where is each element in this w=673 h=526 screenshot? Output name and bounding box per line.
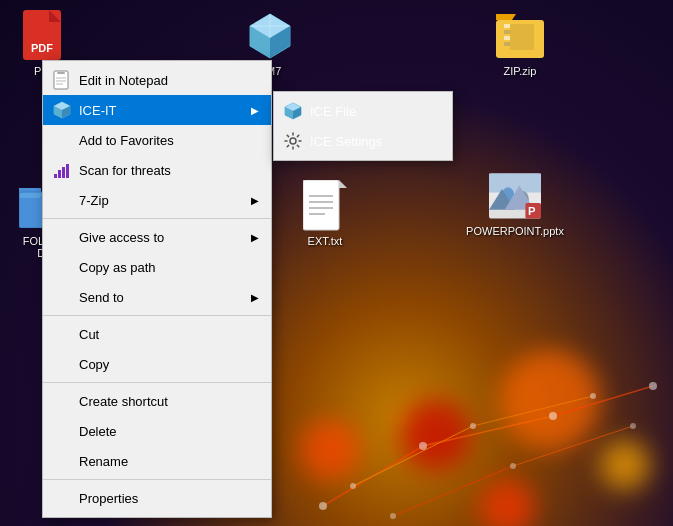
svg-rect-29 <box>504 30 510 34</box>
cube-icon <box>51 99 73 121</box>
svg-rect-30 <box>504 36 510 40</box>
svg-rect-67 <box>58 170 61 178</box>
give-access-arrow: ▶ <box>251 232 259 243</box>
zip-icon-img <box>494 10 546 62</box>
menu-item-ice-it[interactable]: ICE-IT ▶ ICE File <box>43 95 271 125</box>
separator-1 <box>43 218 271 219</box>
gear-icon <box>282 130 304 152</box>
7zip-arrow: ▶ <box>251 195 259 206</box>
cut-label: Cut <box>79 327 259 342</box>
scan-icon <box>51 159 73 181</box>
separator-3 <box>43 382 271 383</box>
cut-icon <box>51 323 73 345</box>
pdf-icon-img: PDF <box>19 10 71 62</box>
svg-rect-31 <box>504 42 510 46</box>
menu-item-7zip[interactable]: 7-Zip ▶ <box>43 185 271 215</box>
pptx-icon-label: POWERPOINT.pptx <box>466 225 564 237</box>
svg-rect-35 <box>19 188 41 192</box>
svg-rect-53 <box>57 72 65 74</box>
km7-icon-img <box>244 10 296 62</box>
send-to-icon <box>51 286 73 308</box>
svg-rect-69 <box>66 164 69 178</box>
favorites-icon <box>51 129 73 151</box>
give-access-icon <box>51 226 73 248</box>
zip-icon-label: ZIP.zip <box>504 65 537 77</box>
7zip-icon <box>51 189 73 211</box>
menu-item-send-to[interactable]: Send to ▶ <box>43 282 271 312</box>
svg-marker-27 <box>496 14 516 20</box>
send-to-arrow: ▶ <box>251 292 259 303</box>
svg-rect-28 <box>504 24 510 28</box>
copy-label: Copy <box>79 357 259 372</box>
pptx-icon-img: P <box>489 170 541 222</box>
ice-it-arrow: ▶ <box>251 105 259 116</box>
svg-text:P: P <box>528 205 536 217</box>
svg-rect-37 <box>303 180 339 230</box>
svg-rect-66 <box>54 174 57 178</box>
menu-item-create-shortcut[interactable]: Create shortcut <box>43 386 271 416</box>
menu-item-rename[interactable]: Rename <box>43 446 271 476</box>
properties-label: Properties <box>79 491 259 506</box>
separator-4 <box>43 479 271 480</box>
separator-2 <box>43 315 271 316</box>
scan-threats-label: Scan for threats <box>79 163 259 178</box>
menu-item-cut[interactable]: Cut <box>43 319 271 349</box>
delete-label: Delete <box>79 424 259 439</box>
menu-item-scan-threats[interactable]: Scan for threats <box>43 155 271 185</box>
desktop-icon-txt[interactable]: EXT.txt <box>285 180 365 247</box>
ice-settings-label: ICE Settings <box>310 134 440 149</box>
desktop-icon-pptx[interactable]: P POWERPOINT.pptx <box>475 170 555 237</box>
menu-item-add-favorites[interactable]: Add to Favorites <box>43 125 271 155</box>
txt-icon-label: EXT.txt <box>308 235 343 247</box>
menu-item-edit-notepad[interactable]: Edit in Notepad <box>43 65 271 95</box>
copy-icon <box>51 353 73 375</box>
rename-label: Rename <box>79 454 259 469</box>
menu-item-properties[interactable]: Properties <box>43 483 271 513</box>
ice-file-cube-icon <box>282 100 304 122</box>
menu-item-delete[interactable]: Delete <box>43 416 271 446</box>
svg-point-65 <box>290 138 296 144</box>
rename-icon <box>51 450 73 472</box>
copy-path-label: Copy as path <box>79 260 259 275</box>
add-favorites-label: Add to Favorites <box>79 133 259 148</box>
menu-item-give-access[interactable]: Give access to ▶ <box>43 222 271 252</box>
svg-rect-68 <box>62 167 65 178</box>
ice-it-label: ICE-IT <box>79 103 251 118</box>
create-shortcut-icon <box>51 390 73 412</box>
context-menu: Edit in Notepad ICE-IT ▶ <box>42 60 272 518</box>
properties-icon <box>51 487 73 509</box>
create-shortcut-label: Create shortcut <box>79 394 259 409</box>
menu-item-copy[interactable]: Copy <box>43 349 271 379</box>
svg-text:PDF: PDF <box>31 42 53 54</box>
svg-rect-32 <box>510 24 534 50</box>
svg-marker-38 <box>339 180 347 188</box>
delete-icon <box>51 420 73 442</box>
txt-icon-img <box>299 180 351 232</box>
edit-notepad-label: Edit in Notepad <box>79 73 259 88</box>
submenu-item-ice-settings[interactable]: ICE Settings <box>274 126 452 156</box>
desktop-icon-zip[interactable]: ZIP.zip <box>480 10 560 77</box>
menu-item-copy-path[interactable]: Copy as path <box>43 252 271 282</box>
copy-path-icon <box>51 256 73 278</box>
ice-file-label: ICE File <box>310 104 440 119</box>
give-access-label: Give access to <box>79 230 251 245</box>
submenu-item-ice-file[interactable]: ICE File <box>274 96 452 126</box>
7zip-label: 7-Zip <box>79 193 251 208</box>
notepad-icon <box>51 69 73 91</box>
send-to-label: Send to <box>79 290 251 305</box>
ice-it-submenu: ICE File ICE Settings <box>273 91 453 161</box>
